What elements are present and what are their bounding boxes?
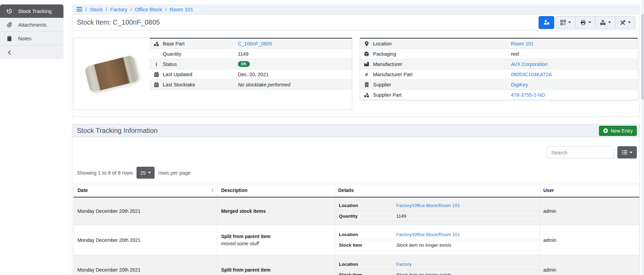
breadcrumb-link-stock[interactable]: Stock bbox=[90, 6, 103, 12]
chevron-down-icon bbox=[628, 22, 631, 23]
sidebar-item-stock-tracking[interactable]: Stock Tracking bbox=[0, 4, 63, 18]
column-header-details: Details bbox=[335, 184, 540, 197]
column-header-description: Description bbox=[218, 184, 335, 197]
breadcrumb-link-room-101[interactable]: Room 101 bbox=[170, 6, 193, 12]
tracking-title: Stock Tracking Information bbox=[77, 127, 158, 135]
user-cell: admin bbox=[540, 225, 639, 255]
part-image[interactable] bbox=[74, 38, 150, 110]
detail-label: Base Part bbox=[163, 41, 238, 46]
detail-row-supplier: Supplier DigiKey bbox=[360, 80, 638, 90]
industry-icon bbox=[360, 61, 373, 67]
scrollbar-thumb[interactable] bbox=[641, 14, 644, 100]
stock-detail-panel: Base Part C_100nF_0805 Quantity 1149 i S… bbox=[74, 38, 352, 110]
detail-label: Location bbox=[373, 41, 511, 46]
stock-item-actions-button[interactable] bbox=[615, 16, 635, 29]
detail-label: Supplier Part bbox=[373, 92, 511, 98]
date-cell: Monday December 20th 2021 bbox=[74, 197, 218, 225]
stock-detail-table: Base Part C_100nF_0805 Quantity 1149 i S… bbox=[150, 38, 352, 90]
stock-actions-icon bbox=[600, 20, 606, 25]
chevron-down-icon bbox=[568, 22, 571, 23]
pagination-info: Showing 1 to 8 of 8 rows 25 rows per pag… bbox=[72, 159, 640, 184]
description-cell: Merged stock items bbox=[218, 197, 335, 225]
stock-tracking-card: Stock Tracking Information New Entry Sho… bbox=[72, 124, 640, 275]
detail-row-packaging: Packaging reel bbox=[360, 49, 638, 59]
new-entry-button[interactable]: New Entry bbox=[599, 126, 637, 136]
sidebar-item-label: Notes bbox=[18, 36, 31, 41]
tracking-table: Date Description Details User Monday Dec… bbox=[74, 184, 639, 275]
user-cell: admin bbox=[540, 197, 639, 225]
details-cell: Location Factory/Office Block/Room 101 Q… bbox=[335, 197, 540, 225]
last-stocktake-value: No stocktake performed bbox=[238, 82, 290, 87]
shapes-icon bbox=[360, 92, 373, 98]
detail-sub-row: Stock Item Stock item no longer exists bbox=[335, 270, 540, 275]
list-icon bbox=[622, 150, 627, 155]
columns-dropdown-button[interactable] bbox=[617, 146, 637, 159]
location-link[interactable]: Factory/Office Block/Room 101 bbox=[396, 203, 460, 208]
sidebar-item-attachments[interactable]: Attachments bbox=[0, 18, 63, 32]
detail-label: Last Stocktake bbox=[163, 82, 238, 87]
barcode-actions-button[interactable] bbox=[556, 16, 576, 29]
main-content: / Stock / Factory / Office Block / Room … bbox=[72, 4, 640, 275]
detail-row-manufacturer: Manufacturer AVX Corporation bbox=[360, 59, 638, 69]
base-part-link[interactable]: C_100nF_0805 bbox=[238, 41, 272, 46]
date-cell: Monday December 20th 2021 bbox=[74, 255, 218, 275]
supplier-detail-panel: Location Room 101 Packaging reel bbox=[360, 38, 638, 100]
date-cell: Monday December 20th 2021 bbox=[74, 225, 218, 255]
entry-note: moved some stuff bbox=[221, 241, 331, 246]
sidebar-item-notes[interactable]: Notes bbox=[0, 32, 63, 45]
paperclip-icon bbox=[6, 22, 12, 28]
location-link[interactable]: Factory bbox=[396, 262, 412, 267]
location-link[interactable]: Room 101 bbox=[511, 41, 534, 46]
detail-label: Manufacturer bbox=[373, 61, 511, 67]
box-icon bbox=[360, 51, 373, 57]
map-marker-icon bbox=[360, 41, 373, 46]
detail-sub-row: Location Factory/Office Block/Room 101 bbox=[335, 230, 540, 240]
status-badge: OK bbox=[238, 61, 250, 67]
breadcrumb-separator: / bbox=[130, 6, 132, 12]
page-title: Stock Item: C_100nF_0805 bbox=[77, 18, 160, 26]
detail-row-base-part: Base Part C_100nF_0805 bbox=[150, 39, 352, 49]
print-actions-button[interactable] bbox=[576, 16, 596, 29]
user-shield-button[interactable] bbox=[539, 16, 554, 29]
detail-label: Supplier bbox=[373, 82, 511, 87]
details-cell: Location Factory/Office Block/Room 101 S… bbox=[335, 225, 540, 255]
breadcrumb-separator: / bbox=[106, 6, 107, 12]
breadcrumb-link-office-block[interactable]: Office Block bbox=[135, 6, 162, 12]
tools-icon bbox=[620, 20, 626, 25]
page-size-dropdown[interactable]: 25 bbox=[137, 167, 155, 179]
table-controls bbox=[72, 137, 640, 159]
vertical-scrollbar[interactable] bbox=[641, 0, 644, 275]
column-header-date[interactable]: Date bbox=[74, 184, 218, 197]
showing-text: Showing 1 to 8 of 8 rows bbox=[77, 170, 133, 176]
stock-tracking-header: Stock Tracking Information New Entry bbox=[72, 124, 640, 137]
supplier-link[interactable]: DigiKey bbox=[511, 82, 528, 87]
table-row: Monday December 20th 2021 Split from par… bbox=[74, 225, 639, 255]
manufacturer-link[interactable]: AVX Corporation bbox=[511, 61, 548, 67]
rows-per-page-label: rows per page bbox=[158, 170, 191, 176]
sidebar-collapse-button[interactable] bbox=[0, 45, 63, 59]
shapes-icon bbox=[150, 41, 163, 46]
hamburger-icon[interactable] bbox=[76, 7, 82, 12]
detail-row-last-stocktake: Last Stocktake No stocktake performed bbox=[150, 80, 352, 90]
supplier-detail-table: Location Room 101 Packaging reel bbox=[360, 38, 638, 100]
breadcrumb-link-factory[interactable]: Factory bbox=[110, 6, 127, 12]
description-cell: Split from parent item moved some stuff bbox=[218, 225, 335, 255]
history-icon bbox=[6, 8, 12, 14]
plus-circle-icon bbox=[603, 128, 608, 133]
page-size-value: 25 bbox=[140, 170, 146, 176]
column-header-user: User bbox=[540, 184, 639, 197]
packaging-value: reel bbox=[511, 51, 519, 57]
breadcrumb-separator: / bbox=[85, 6, 87, 12]
supplier-part-link[interactable]: 478-3755-2-ND bbox=[511, 92, 545, 98]
detail-label: Last Updated bbox=[163, 72, 238, 77]
capacitor-photo bbox=[84, 55, 140, 93]
manufacturer-part-link[interactable]: 08053C104KAT2A bbox=[511, 72, 552, 77]
stock-actions-button[interactable] bbox=[596, 16, 615, 29]
location-link[interactable]: Factory/Office Block/Room 101 bbox=[396, 232, 460, 237]
stock-item-details: Base Part C_100nF_0805 Quantity 1149 i S… bbox=[72, 30, 640, 116]
table-row: Monday December 20th 2021 Merged stock i… bbox=[74, 197, 639, 225]
stock-item-title-bar: Stock Item: C_100nF_0805 bbox=[72, 15, 640, 30]
sidebar-item-label: Attachments bbox=[18, 22, 46, 28]
calendar-icon bbox=[150, 72, 163, 77]
search-input[interactable] bbox=[547, 146, 614, 159]
